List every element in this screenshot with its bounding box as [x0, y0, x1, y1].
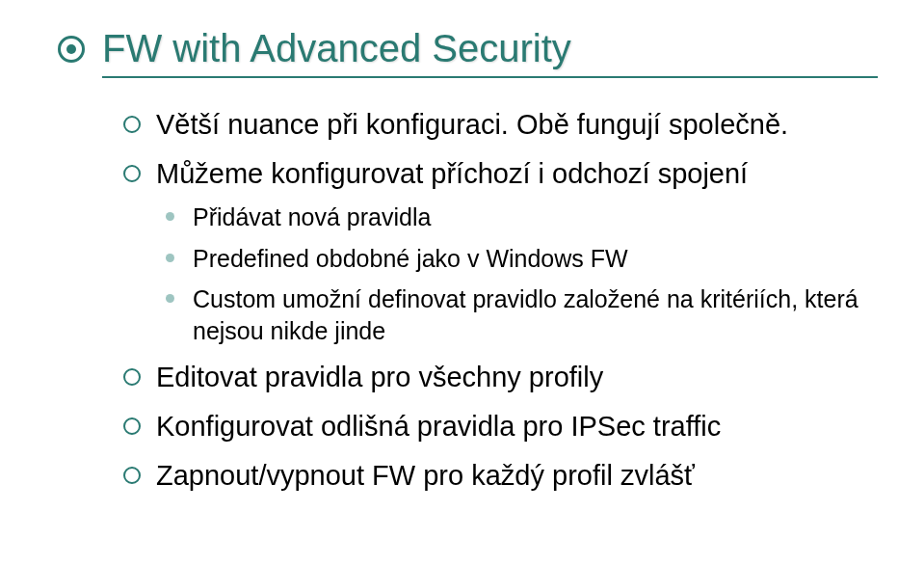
bullet-text: Můžeme konfigurovat příchozí i odchozí s…	[156, 158, 748, 189]
list-item: Větší nuance při konfiguraci. Obě funguj…	[123, 107, 878, 143]
list-item: Můžeme konfigurovat příchozí i odchozí s…	[123, 156, 878, 346]
sub-list-item: Přidávat nová pravidla	[166, 202, 878, 233]
list-item: Zapnout/vypnout FW pro každý profil zvlá…	[123, 458, 878, 494]
title-bullet-icon	[58, 36, 85, 63]
bullet-text: Konfigurovat odlišná pravidla pro IPSec …	[156, 411, 721, 442]
bullet-text: Zapnout/vypnout FW pro každý profil zvlá…	[156, 460, 695, 491]
sub-bullet-text: Custom umožní definovat pravidlo založen…	[193, 285, 858, 344]
slide-title: FW with Advanced Security	[102, 27, 571, 70]
list-item: Editovat pravidla pro všechny profily	[123, 360, 878, 395]
sub-list: Přidávat nová pravidla Predefined obdobn…	[156, 202, 878, 346]
list-item: Konfigurovat odlišná pravidla pro IPSec …	[123, 409, 878, 444]
bullet-list: Větší nuance při konfiguraci. Obě funguj…	[58, 107, 878, 495]
bullet-text: Větší nuance při konfiguraci. Obě funguj…	[156, 109, 788, 140]
title-row: FW with Advanced Security	[58, 27, 878, 70]
sub-bullet-text: Přidávat nová pravidla	[193, 203, 431, 230]
title-underline	[102, 76, 878, 78]
bullet-text: Editovat pravidla pro všechny profily	[156, 362, 603, 392]
sub-bullet-text: Predefined obdobné jako v Windows FW	[193, 245, 628, 272]
sub-list-item: Predefined obdobné jako v Windows FW	[166, 243, 878, 275]
sub-list-item: Custom umožní definovat pravidlo založen…	[166, 283, 878, 346]
